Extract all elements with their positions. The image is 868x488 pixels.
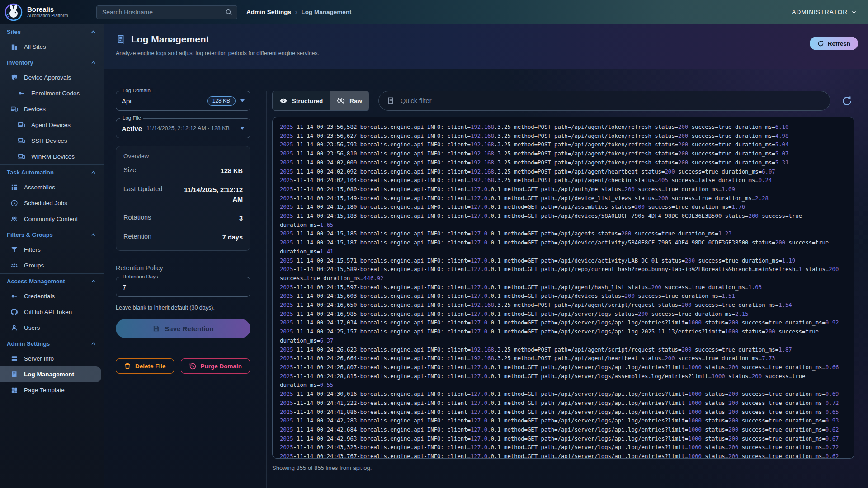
sidebar: SitesAll SitesInventoryDevice ApprovalsE…	[0, 24, 104, 488]
save-retention-button[interactable]: Save Retention	[116, 319, 250, 338]
log-line: 2025-11-14 00:24:15,080-borealis.engine.…	[280, 185, 847, 194]
log-file-meta: 11/14/2025, 2:12:12 AM · 128 KB	[146, 125, 230, 131]
devices-icon	[17, 121, 25, 129]
log-output[interactable]: 2025-11-14 00:23:56,582-borealis.engine.…	[272, 117, 854, 459]
log-line: 2025-11-14 00:24:15,183-borealis.engine.…	[280, 212, 847, 230]
sidebar-item-scheduled-jobs[interactable]: Scheduled Jobs	[0, 195, 104, 211]
reload-icon	[841, 95, 853, 107]
user-menu[interactable]: ADMINISTRATOR	[792, 9, 868, 15]
trash-icon	[124, 362, 131, 370]
sidebar-section-sites[interactable]: Sites	[0, 24, 104, 39]
building-icon	[10, 43, 18, 51]
sidebar-item-credentials[interactable]: Credentials	[0, 288, 104, 304]
breadcrumb-log-management[interactable]: Log Management	[302, 9, 352, 15]
refresh-button[interactable]: Refresh	[810, 37, 858, 50]
sidebar-item-page-template[interactable]: Page Template	[0, 382, 104, 398]
log-line: 2025-11-14 00:24:41,886-borealis.engine.…	[280, 408, 847, 417]
devices-icon	[17, 137, 25, 145]
sidebar-item-label: Enrollment Codes	[31, 90, 80, 97]
history-icon	[189, 362, 197, 370]
sidebar-item-users[interactable]: Users	[0, 320, 104, 336]
breadcrumb-separator: ›	[295, 9, 297, 15]
sidebar-item-server-info[interactable]: Server Info	[0, 351, 104, 366]
sidebar-section-task-automation[interactable]: Task Automation	[0, 164, 104, 179]
sidebar-section-admin-settings[interactable]: Admin Settings	[0, 336, 104, 351]
sidebar-item-assemblies[interactable]: Assemblies	[0, 179, 104, 195]
people-icon	[10, 215, 18, 223]
user-menu-label: ADMINISTRATOR	[792, 9, 848, 15]
log-icon	[10, 371, 18, 378]
overview-row: Retention7 days	[123, 228, 243, 247]
page-title: Log Management	[131, 34, 209, 45]
sidebar-item-devices[interactable]: Devices	[0, 101, 104, 117]
search-input[interactable]	[101, 8, 225, 16]
reload-logs-button[interactable]	[840, 94, 854, 108]
grid-icon	[10, 183, 18, 191]
log-line: 2025-11-14 00:24:43,767-borealis.engine.…	[280, 452, 847, 459]
sidebar-item-device-approvals[interactable]: Device Approvals	[0, 70, 104, 85]
divider	[116, 349, 250, 349]
refresh-icon	[817, 40, 824, 47]
shield-icon	[10, 74, 18, 81]
log-line: 2025-11-14 00:24:15,149-borealis.engine.…	[280, 194, 847, 203]
sidebar-item-log-management[interactable]: Log Management	[0, 366, 101, 382]
raw-toggle[interactable]: Raw	[330, 91, 369, 110]
log-line: 2025-11-14 00:24:17,034-borealis.engine.…	[280, 319, 847, 328]
eye-icon	[279, 97, 288, 105]
sidebar-item-label: Device Approvals	[24, 74, 71, 81]
sidebar-item-label: Server Info	[24, 355, 54, 362]
chevron-up-icon	[90, 278, 97, 285]
main-content: Log Management Analyze engine logs and a…	[104, 24, 868, 488]
sidebar-item-github-api-token[interactable]: GitHub API Token	[0, 304, 104, 320]
sidebar-section-filters-groups[interactable]: Filters & Groups	[0, 227, 104, 242]
key-icon	[17, 89, 25, 97]
sidebar-item-filters[interactable]: Filters	[0, 242, 104, 258]
breadcrumb-admin-settings[interactable]: Admin Settings	[246, 9, 291, 15]
chevron-up-icon	[90, 340, 97, 347]
sidebar-item-winrm-devices[interactable]: WinRM Devices	[0, 149, 104, 164]
log-line: 2025-11-14 00:24:15,187-borealis.engine.…	[280, 239, 847, 256]
quick-filter-box[interactable]	[378, 91, 830, 111]
search-hostname-box[interactable]	[96, 5, 237, 19]
overview-card: Overview Size128 KBLast Updated11/14/202…	[116, 146, 250, 251]
sidebar-item-label: Community Content	[24, 216, 78, 222]
sidebar-item-agent-devices[interactable]: Agent Devices	[0, 117, 104, 133]
sidebar-item-ssh-devices[interactable]: SSH Devices	[0, 133, 104, 149]
sidebar-item-community-content[interactable]: Community Content	[0, 211, 104, 227]
sidebar-item-label: GitHub API Token	[24, 309, 72, 315]
app-root: Borealis Automation Platform Admin Setti…	[0, 0, 868, 488]
log-file-select[interactable]: Log File Active 11/14/2025, 2:12:12 AM ·…	[116, 118, 250, 138]
layout-icon	[10, 386, 18, 394]
brand-tagline: Automation Platform	[27, 13, 68, 19]
log-line: 2025-11-14 00:24:15,571-borealis.engine.…	[280, 257, 847, 266]
dropdown-caret-icon	[240, 99, 245, 102]
retention-days-label: Retention Days	[120, 274, 160, 279]
log-domain-select[interactable]: Log Domain Api 128 KB	[116, 91, 250, 111]
sidebar-item-all-sites[interactable]: All Sites	[0, 39, 104, 55]
log-filter-icon	[387, 97, 395, 105]
devices-icon	[10, 105, 18, 113]
sidebar-section-access-management[interactable]: Access Management	[0, 273, 104, 288]
sidebar-item-groups[interactable]: Groups	[0, 258, 104, 273]
sidebar-item-label: Groups	[24, 262, 44, 269]
log-line: 2025-11-14 00:24:42,963-borealis.engine.…	[280, 435, 847, 444]
purge-domain-button[interactable]: Purge Domain	[181, 358, 250, 374]
chevron-up-icon	[90, 169, 97, 176]
log-line: 2025-11-14 00:24:26,664-borealis.engine.…	[280, 354, 847, 363]
quick-filter-input[interactable]	[400, 97, 822, 105]
sidebar-item-label: Log Management	[24, 371, 74, 378]
log-count-status: Showing 855 of 855 lines from api.log.	[272, 465, 854, 471]
structured-toggle[interactable]: Structured	[273, 91, 330, 110]
chevron-up-icon	[90, 28, 97, 35]
save-icon	[152, 325, 160, 333]
delete-file-button[interactable]: Delete File	[116, 358, 174, 374]
sidebar-item-label: All Sites	[24, 43, 46, 50]
sidebar-section-inventory[interactable]: Inventory	[0, 55, 104, 70]
retention-days-field[interactable]: Retention Days	[116, 277, 250, 297]
sidebar-item-label: Devices	[24, 106, 46, 113]
retention-days-input[interactable]	[122, 283, 245, 291]
page-header: Log Management Analyze engine logs and a…	[104, 24, 868, 69]
view-mode-toggle: Structured Raw	[272, 91, 369, 111]
sidebar-item-enrollment-codes[interactable]: Enrollment Codes	[0, 85, 104, 101]
log-line: 2025-11-14 00:24:02,092-borealis.engine.…	[280, 168, 847, 177]
